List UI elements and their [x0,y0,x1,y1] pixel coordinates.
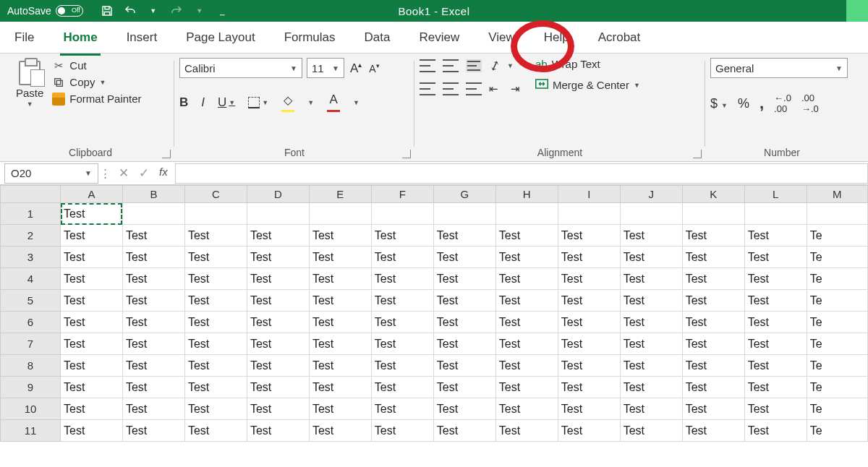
accounting-format-button[interactable]: $ ▼ [710,96,728,111]
cell[interactable]: Test [495,225,558,247]
increase-indent-button[interactable]: ⇥ [511,82,525,95]
cell[interactable]: Test [744,333,807,355]
column-header[interactable]: C [184,186,247,203]
row-header[interactable]: 8 [1,355,61,377]
chevron-down-icon[interactable]: ▼ [99,79,106,86]
cell[interactable]: Test [309,420,371,442]
cell[interactable]: Test [371,312,433,333]
cell[interactable]: Te [807,268,867,290]
row-header[interactable]: 1 [1,203,61,225]
cell[interactable]: Te [807,247,867,268]
percent-button[interactable]: % [738,96,749,111]
row-header[interactable]: 4 [1,268,61,290]
comma-style-button[interactable]: , [760,94,764,113]
row-header[interactable]: 5 [1,290,61,312]
cell[interactable]: Test [433,247,495,268]
dialog-launcher-icon[interactable] [693,150,702,158]
align-left-button[interactable] [420,82,435,95]
cell[interactable]: Test [620,268,682,290]
cell[interactable]: Test [61,247,123,268]
cell[interactable]: Test [620,312,682,333]
cancel-icon[interactable]: ✕ [119,166,129,181]
cell[interactable]: Test [433,355,495,377]
cell[interactable]: Test [682,333,744,355]
cell[interactable]: Test [682,268,744,290]
tab-help[interactable]: Help [542,26,571,49]
tab-insert[interactable]: Insert [125,26,159,49]
cell[interactable]: Test [184,377,247,398]
cell[interactable]: Test [495,247,558,268]
cell[interactable]: Test [371,377,433,398]
cell[interactable]: Test [744,290,807,312]
cell[interactable]: Test [309,398,371,420]
cell[interactable]: Test [184,225,247,247]
cell[interactable]: Test [433,398,495,420]
column-header[interactable]: F [371,186,433,203]
cell[interactable]: Test [184,268,247,290]
cell[interactable]: Test [744,247,807,268]
cell[interactable]: Test [433,333,495,355]
account-tab[interactable] [846,0,868,22]
dialog-launcher-icon[interactable] [402,150,411,158]
cell[interactable]: Test [61,203,123,225]
formula-input[interactable] [175,163,868,184]
cell[interactable]: Test [371,398,433,420]
cell[interactable]: Test [309,268,371,290]
cell[interactable]: Test [620,225,682,247]
cell[interactable]: Test [433,420,495,442]
cell[interactable]: Test [682,377,744,398]
row-header[interactable]: 9 [1,377,61,398]
cell[interactable]: Test [495,268,558,290]
cell[interactable]: Test [682,247,744,268]
cell[interactable]: Te [807,225,867,247]
cell[interactable]: Te [807,333,867,355]
cell[interactable]: Test [495,312,558,333]
cell[interactable]: Test [682,290,744,312]
borders-button[interactable]: ▼ [248,97,268,108]
cell[interactable]: Test [433,312,495,333]
align-bottom-button[interactable] [466,59,482,72]
cell[interactable]: Test [309,355,371,377]
cell[interactable]: Test [184,312,247,333]
copy-button[interactable]: Copy ▼ [52,76,141,88]
tab-review[interactable]: Review [417,26,461,49]
cell[interactable] [807,203,867,225]
cell[interactable]: Test [558,398,620,420]
cell[interactable]: Test [247,398,309,420]
row-header[interactable]: 3 [1,247,61,268]
cell[interactable]: Test [495,377,558,398]
column-header[interactable]: M [807,186,867,203]
tab-home[interactable]: Home [61,26,98,49]
increase-font-button[interactable]: A▴ [349,61,363,76]
align-right-button[interactable] [466,82,482,95]
column-header[interactable]: B [122,186,184,203]
cell[interactable]: Test [682,398,744,420]
increase-decimal-button[interactable]: ←.0.00 [774,93,791,114]
chevron-down-icon[interactable]: ▼ [147,4,160,17]
cell[interactable]: Test [495,355,558,377]
cell[interactable]: Test [744,398,807,420]
cell[interactable] [744,203,807,225]
merge-center-button[interactable]: Merge & Center ▼ [535,79,640,91]
cell[interactable]: Test [184,420,247,442]
decrease-decimal-button[interactable]: .00→.0 [801,93,819,114]
cell[interactable]: Test [558,333,620,355]
cell[interactable] [495,203,558,225]
cell[interactable]: Test [61,377,123,398]
font-size-select[interactable]: 11▼ [307,58,344,78]
cell[interactable]: Test [620,355,682,377]
cell[interactable]: Test [433,268,495,290]
cell[interactable]: Test [122,290,184,312]
cell[interactable]: Test [558,312,620,333]
save-icon[interactable] [101,4,114,17]
cell[interactable]: Test [122,268,184,290]
autosave-switch-icon[interactable]: Off [56,5,83,17]
format-painter-button[interactable]: Format Painter [52,93,141,105]
column-header[interactable]: E [309,186,371,203]
row-header[interactable]: 7 [1,333,61,355]
cell[interactable]: Test [558,355,620,377]
cell[interactable]: Test [61,268,123,290]
chevron-down-icon[interactable]: ▼ [27,100,33,108]
cell[interactable]: Test [61,312,123,333]
cell[interactable]: Test [744,355,807,377]
